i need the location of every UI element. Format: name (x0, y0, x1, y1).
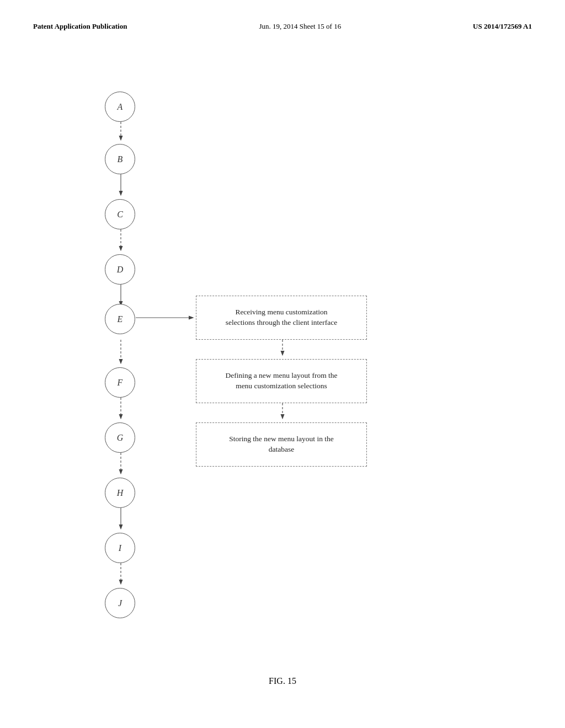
node-J: J (105, 588, 135, 618)
box-storing: Storing the new menu layout in the datab… (196, 422, 367, 467)
header-right: US 2014/172569 A1 (473, 22, 532, 31)
node-I: I (105, 533, 135, 563)
node-A: A (105, 92, 135, 122)
box-receiving: Receiving menu customization selections … (196, 296, 367, 340)
figure-caption: FIG. 15 (33, 676, 532, 686)
header-center: Jun. 19, 2014 Sheet 15 of 16 (259, 22, 341, 31)
header-left: Patent Application Publication (33, 22, 127, 31)
node-G: G (105, 422, 135, 453)
node-D: D (105, 254, 135, 285)
diagram-area: A B C D E F G H I J Receiving menu (33, 58, 532, 665)
page: Patent Application Publication Jun. 19, … (0, 0, 565, 728)
page-header: Patent Application Publication Jun. 19, … (33, 22, 532, 31)
node-H: H (105, 478, 135, 508)
node-E: E (105, 304, 135, 334)
box-defining: Defining a new menu layout from the menu… (196, 359, 367, 403)
node-C: C (105, 199, 135, 229)
node-B: B (105, 144, 135, 174)
node-F: F (105, 367, 135, 398)
